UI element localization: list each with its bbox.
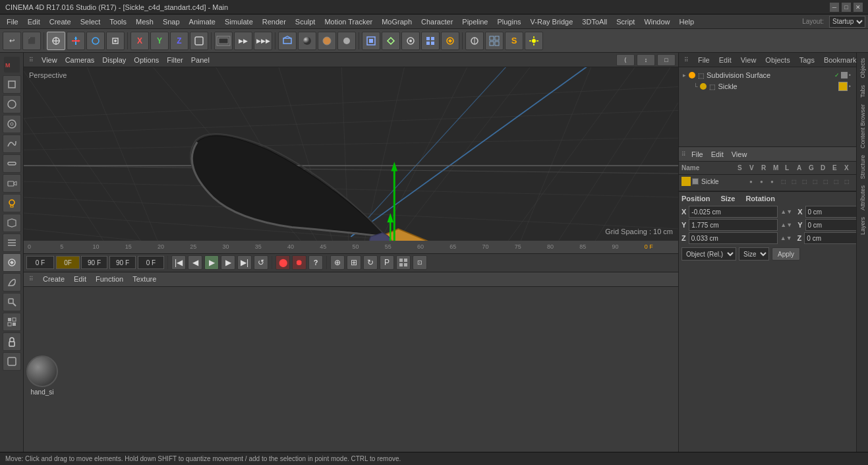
viewport-view-menu[interactable]: View	[39, 55, 60, 65]
y-axis-button[interactable]: Y	[150, 32, 169, 50]
select-tool-button[interactable]	[47, 32, 65, 50]
frame-offset[interactable]	[138, 256, 164, 269]
apply-button[interactable]: Apply	[772, 247, 800, 261]
col-e-sickle[interactable]: ⬚	[834, 179, 843, 185]
menu-select[interactable]: Select	[76, 16, 105, 27]
spline-button[interactable]	[3, 135, 21, 153]
material-item[interactable]: hand_si	[26, 356, 58, 396]
menu-render[interactable]: Render	[258, 16, 290, 27]
far-tab-tabs[interactable]: Tabs	[858, 82, 867, 100]
snap-button[interactable]	[465, 32, 484, 50]
goto-end-button[interactable]: ▶|	[237, 255, 252, 270]
menu-3dtoall[interactable]: 3DToAll	[578, 16, 611, 27]
move-tool-button[interactable]	[67, 32, 85, 50]
z-pos-field[interactable]	[689, 232, 778, 244]
col-g-sickle[interactable]: ⬚	[813, 179, 822, 185]
material-button[interactable]	[318, 32, 336, 50]
next-frame-button[interactable]: ▶	[221, 255, 235, 270]
mode5-button[interactable]	[441, 32, 459, 50]
viewport-options-menu[interactable]: Options	[131, 55, 161, 65]
menu-animate[interactable]: Animate	[185, 16, 219, 27]
torus-button[interactable]	[3, 115, 21, 133]
col-r-sickle[interactable]: ●	[770, 179, 780, 185]
material-create-menu[interactable]: Create	[40, 274, 67, 284]
sickle-attr-row[interactable]: Sickle ● ● ● ⬚ ⬚ ⬚ ⬚ ⬚ ⬚ ⬚	[679, 175, 856, 188]
mode4-button[interactable]	[421, 32, 440, 50]
col-v-sickle[interactable]: ●	[760, 179, 769, 185]
viewport-tool2[interactable]: ↕	[637, 54, 655, 66]
rec-button[interactable]: ⬤	[275, 255, 290, 270]
col-d-sickle[interactable]: ⬚	[823, 179, 832, 185]
viewport-tool3[interactable]: □	[657, 54, 676, 66]
frame-current-field[interactable]	[56, 256, 80, 269]
obj-subdivision-surface[interactable]: ▸ ⬚ Subdivision Surface ✓ •	[681, 70, 854, 80]
far-tab-attributes[interactable]: Attributes	[858, 183, 867, 213]
attr-tab-file[interactable]: File	[689, 149, 706, 160]
help-button[interactable]: ?	[308, 255, 323, 270]
generator-button[interactable]	[3, 214, 21, 232]
world-button[interactable]	[3, 352, 21, 371]
frame-view-button[interactable]: ⊡	[413, 255, 427, 270]
menu-pipeline[interactable]: Pipeline	[458, 16, 492, 27]
timeline-ruler[interactable]: 0 5 10 15 20 25 30 35 40 45 50 55 60 65 …	[24, 241, 678, 254]
prev-frame-button[interactable]: ◀	[188, 255, 202, 270]
menu-character[interactable]: Character	[417, 16, 457, 27]
far-tab-structure[interactable]: Structure	[858, 152, 867, 182]
col-m-sickle[interactable]: ⬚	[781, 179, 790, 185]
z-pos-arrow[interactable]: ▲▼	[780, 235, 792, 241]
lock-button[interactable]	[3, 332, 21, 351]
move-keys-button[interactable]: ⊕	[330, 255, 345, 270]
rec-auto-button[interactable]: ⏺	[292, 255, 306, 270]
grid-keys-button[interactable]	[396, 255, 411, 270]
rotate-keys-button[interactable]: ↻	[363, 255, 378, 270]
sphere-button[interactable]	[3, 95, 21, 113]
render-all-button[interactable]: ▶▶▶	[254, 32, 272, 50]
viewport-panel-menu[interactable]: Panel	[188, 55, 212, 65]
grid-button[interactable]	[485, 32, 504, 50]
col-x-sickle[interactable]: ⬚	[844, 179, 854, 185]
attr-tab-view[interactable]: View	[729, 149, 750, 160]
z-axis-button[interactable]: Z	[170, 32, 188, 50]
x-axis-button[interactable]: X	[130, 32, 149, 50]
sculpt-btn[interactable]	[3, 273, 21, 292]
layout-select[interactable]: Startup	[829, 16, 865, 28]
far-tab-layers[interactable]: Layers	[858, 214, 867, 237]
menu-vray[interactable]: V-Ray Bridge	[527, 16, 577, 27]
far-tab-objects[interactable]: Objects	[858, 55, 867, 81]
col-a-sickle[interactable]: ⬚	[802, 179, 811, 185]
tab-edit[interactable]: Edit	[716, 55, 734, 65]
viewport-display-menu[interactable]: Display	[100, 55, 129, 65]
x-pos-arrow[interactable]: ▲▼	[780, 208, 792, 215]
far-tab-content[interactable]: Content Browser	[858, 102, 867, 151]
menu-create[interactable]: Create	[45, 16, 75, 27]
maximize-button[interactable]: □	[842, 3, 851, 12]
menu-simulate[interactable]: Simulate	[221, 16, 257, 27]
tab-file[interactable]: File	[695, 55, 712, 65]
camera-button[interactable]	[3, 174, 21, 193]
cube-button[interactable]	[3, 75, 21, 94]
menu-tools[interactable]: Tools	[105, 16, 130, 27]
attr-tab-edit[interactable]: Edit	[709, 149, 726, 160]
mode2-button[interactable]	[382, 32, 400, 50]
checker-button[interactable]	[3, 313, 21, 331]
menu-help[interactable]: Help	[676, 16, 699, 27]
material-edit-menu[interactable]: Edit	[71, 274, 89, 284]
scene-button[interactable]	[337, 32, 356, 50]
x-pos-field[interactable]	[689, 206, 778, 218]
shading-button[interactable]	[298, 32, 316, 50]
tab-tags[interactable]: Tags	[797, 55, 817, 65]
menu-motion-tracker[interactable]: Motion Tracker	[320, 16, 376, 27]
goto-start-button[interactable]: |◀	[171, 255, 186, 270]
viewport[interactable]: Perspective Grid Spacing : 10 cm	[24, 67, 678, 241]
scale-keys-button[interactable]: ⊞	[347, 255, 361, 270]
viewport-cameras-menu[interactable]: Cameras	[63, 55, 98, 65]
viewport-tool1[interactable]: ⟨	[616, 54, 635, 66]
menu-mograph[interactable]: MoGraph	[378, 16, 416, 27]
world-keys-button[interactable]: P	[380, 255, 394, 270]
material-texture-menu[interactable]: Texture	[130, 274, 159, 284]
scale-tool-button[interactable]	[106, 32, 125, 50]
move2-button[interactable]	[3, 253, 21, 272]
menu-mesh[interactable]: Mesh	[132, 16, 158, 27]
minimize-button[interactable]: ─	[830, 3, 839, 12]
close-button[interactable]: ✕	[854, 3, 863, 12]
